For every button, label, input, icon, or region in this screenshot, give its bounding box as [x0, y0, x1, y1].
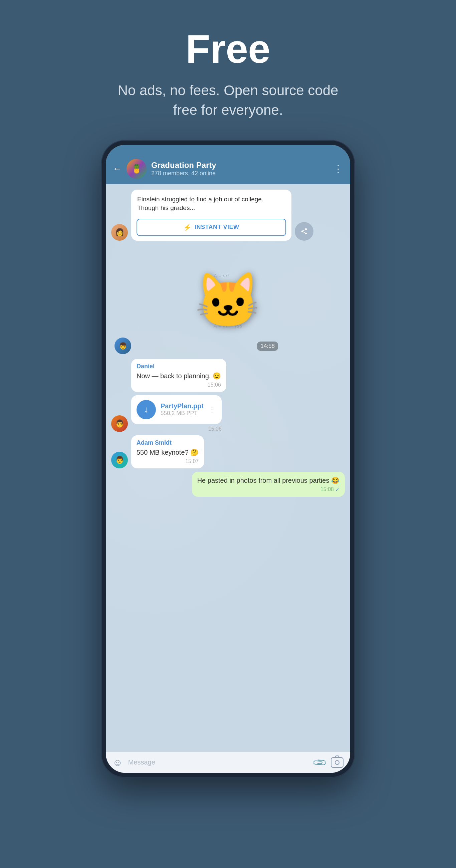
phone-wrapper: ← 🍍 Graduation Party 278 members, 42 onl… [0, 140, 456, 804]
bubble-text-self: He pasted in photos from all previous pa… [197, 476, 339, 485]
adam-bubble: Adam Smidt 550 MB keynote? 🤔 15:07 [131, 435, 204, 468]
phone-outer: ← 🍍 Graduation Party 278 members, 42 onl… [101, 140, 355, 778]
chat-header: ← 🍍 Graduation Party 278 members, 42 onl… [106, 155, 350, 184]
daniel-bubble: Daniel Now — back to planning. 😉 15:06 [131, 359, 226, 392]
bubble-sender-adam: Adam Smidt [136, 439, 199, 446]
file-menu-button[interactable]: ⋮ [208, 405, 216, 414]
read-checkmark: ✓ [335, 487, 339, 493]
bubble-text-daniel: Now — back to planning. 😉 [136, 371, 221, 380]
article-bubble: Einstein struggled to find a job out of … [131, 190, 292, 241]
instant-view-button[interactable]: ⚡ INSTANT VIEW [136, 219, 286, 236]
message-input-bar: ☺ Message 📎 [106, 752, 350, 773]
self-bubble: He pasted in photos from all previous pa… [192, 472, 345, 497]
sticker-container: A = πr² V = l³ P = 2πr A = πr² s = √(r² … [111, 247, 345, 354]
bubble-time-adam: 15:07 [136, 458, 199, 464]
message-row-daniel: Daniel Now — back to planning. 😉 15:06 [111, 359, 345, 392]
bubble-time-self: 15:08 ✓ [197, 487, 339, 493]
bubble-sender-daniel: Daniel [136, 363, 221, 370]
chat-body: 👩 Einstein struggled to find a job out o… [106, 184, 350, 752]
chat-avatar: 🍍 [126, 159, 147, 179]
hero-section: Free No ads, no fees. Open source code f… [98, 0, 358, 140]
file-info: PartyPlan.ppt 550.2 MB PPT [160, 402, 204, 416]
phone-inner: ← 🍍 Graduation Party 278 members, 42 onl… [106, 145, 350, 773]
chat-members: 278 members, 42 online [151, 170, 329, 177]
sticker-image: A = πr² V = l³ P = 2πr A = πr² s = √(r² … [175, 247, 281, 354]
chat-name: Graduation Party [151, 161, 329, 170]
avatar-emoji: 🍍 [131, 163, 142, 174]
message-row-file: 👨 ↓ PartyPlan.ppt 550.2 MB PPT ⋮ 15:06 [111, 395, 345, 432]
article-text: Einstein struggled to find a job out of … [131, 190, 292, 216]
message-input[interactable]: Message [128, 758, 308, 766]
attach-button[interactable]: 📎 [311, 754, 328, 771]
emoji-button[interactable]: ☺ [113, 757, 123, 768]
camera-top [335, 755, 339, 757]
file-download-button[interactable]: ↓ [136, 400, 156, 419]
bolt-icon: ⚡ [183, 223, 192, 231]
instant-view-label: INSTANT VIEW [194, 224, 239, 231]
file-time: 15:06 [131, 426, 222, 432]
message-row-self: He pasted in photos from all previous pa… [111, 472, 345, 497]
hero-title: Free [111, 27, 345, 71]
sticker-timestamp: 14:58 [257, 342, 278, 351]
sticker-row: 👦 A = πr² V = l³ P = 2πr A = πr² s = √ [111, 247, 345, 354]
cat-sticker: 🐱 [194, 270, 262, 332]
file-message-container: ↓ PartyPlan.ppt 550.2 MB PPT ⋮ 15:06 [131, 395, 222, 432]
avatar-female: 👩 [111, 224, 128, 241]
chat-info: Graduation Party 278 members, 42 online [151, 161, 329, 177]
status-bar [106, 145, 350, 155]
message-row-adam: 👨 Adam Smidt 550 MB keynote? 🤔 15:07 [111, 435, 345, 468]
file-bubble: ↓ PartyPlan.ppt 550.2 MB PPT ⋮ [131, 395, 222, 424]
file-name: PartyPlan.ppt [160, 402, 204, 410]
avatar-adam: 👨 [111, 452, 128, 468]
bubble-text-adam: 550 MB keynote? 🤔 [136, 448, 199, 457]
chat-menu-button[interactable]: ⋮ [333, 163, 343, 174]
hero-subtitle: No ads, no fees. Open source code free f… [111, 81, 345, 120]
bubble-time-daniel: 15:06 [136, 382, 221, 388]
file-size: 550.2 MB PPT [160, 410, 204, 416]
share-button[interactable] [295, 222, 313, 241]
camera-button[interactable] [331, 757, 343, 768]
message-row-article: 👩 Einstein struggled to find a job out o… [111, 190, 345, 241]
camera-lens [335, 760, 339, 765]
avatar-male2: 👨 [111, 415, 128, 432]
back-button[interactable]: ← [113, 164, 122, 174]
